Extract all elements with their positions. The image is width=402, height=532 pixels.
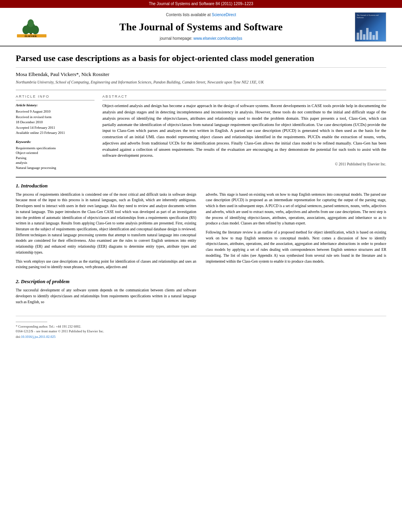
journal-reference-text: The Journal of Systems and Software 84 (…	[149, 2, 253, 6]
received-revised-date: 18 December 2010	[16, 120, 94, 125]
article-info-abstract-section: ARTICLE INFO Article history: Received 9…	[16, 90, 386, 171]
main-content: Parsed use case descriptions as a basis …	[0, 46, 402, 346]
body-content: 1. Introduction The process of requireme…	[16, 177, 386, 308]
homepage-line: journal homepage: www.elsevier.com/locat…	[55, 36, 347, 41]
intro-col2: adverbs. This stage is based on existing…	[206, 192, 387, 273]
bar-6	[372, 35, 375, 40]
intro-two-col: The process of requirements identificati…	[16, 192, 386, 273]
available-online-item: Available online 23 February 2011	[16, 130, 94, 135]
keyword-2: Object-oriented	[16, 150, 94, 156]
article-info-col: ARTICLE INFO Article history: Received 9…	[16, 94, 94, 171]
homepage-text: journal homepage:	[160, 36, 193, 41]
footnote-divider	[16, 322, 47, 322]
section2-col1: The successful development of any softwa…	[16, 287, 196, 308]
cover-title-text: The Journal of Systems and Software	[357, 14, 384, 19]
contents-link-line: Contents lists available at ScienceDirec…	[55, 12, 347, 18]
intro-text-col1: The process of requirements identificati…	[16, 192, 196, 270]
doi-line: doi:10.1016/j.jss.2011.02.025	[16, 335, 386, 339]
keywords-label: Keywords:	[16, 139, 94, 145]
received-revised-label: Received in revised form	[16, 115, 94, 120]
bar-3	[363, 34, 365, 40]
abstract-col: ABSTRACT Object-oriented analysis and de…	[102, 94, 386, 171]
article-footer: * Corresponding author. Tel.: +44 191 23…	[16, 316, 386, 339]
section-1-heading: 1. Introduction	[16, 182, 386, 189]
copyright-line: © 2011 Published by Elsevier Inc.	[102, 162, 386, 167]
corresponding-author-note: * Corresponding author. Tel.: +44 191 23…	[16, 324, 386, 329]
footnote-issn: 0164-1212/$ – see front matter © 2011 Pu…	[16, 329, 386, 334]
section2-two-col: The successful development of any softwa…	[16, 287, 386, 308]
contents-text: Contents lists available at	[166, 13, 211, 17]
elsevier-logo-left: ELSEVIER	[8, 11, 55, 43]
bar-5	[369, 32, 372, 40]
journal-thumbnail: The Journal of Systems and Software	[347, 11, 394, 43]
svg-point-3	[32, 26, 39, 34]
journal-title: The Journal of Systems and Software	[55, 20, 347, 34]
elsevier-tree-icon: ELSEVIER	[15, 16, 48, 38]
section-2-heading: 2. Description of problem	[16, 278, 386, 285]
journal-reference-bar: The Journal of Systems and Software 84 (…	[0, 0, 402, 8]
received-item: Received 9 August 2010	[16, 109, 94, 114]
keyword-4: analysis	[16, 160, 94, 165]
svg-text:ELSEVIER: ELSEVIER	[24, 35, 37, 37]
authors-line: Mosa Elbendak, Paul Vickers*, Nick Rossi…	[16, 71, 386, 78]
bar-4	[366, 28, 369, 40]
journal-cover-image: The Journal of Systems and Software	[355, 12, 386, 42]
cover-chart	[357, 28, 384, 40]
abstract-label: ABSTRACT	[102, 94, 386, 101]
doi-link[interactable]: 10.1016/j.jss.2011.02.025	[21, 335, 56, 339]
abstract-text: Object-oriented analysis and design has …	[102, 103, 386, 159]
homepage-link[interactable]: www.elsevier.com/locate/jss	[193, 36, 242, 41]
elsevier-branding: ELSEVIER	[15, 16, 48, 38]
keyword-3: Parsing	[16, 156, 94, 161]
bar-2	[360, 30, 362, 40]
bar-7	[376, 31, 378, 40]
intro-text-col2: adverbs. This stage is based on existing…	[206, 192, 387, 265]
svg-point-2	[22, 26, 30, 34]
affiliation-line: Northumbria University, School of Comput…	[16, 80, 386, 85]
journal-header-center: Contents lists available at ScienceDirec…	[55, 12, 347, 41]
sciencedirect-link[interactable]: ScienceDirect	[212, 13, 236, 17]
journal-header: ELSEVIER Contents lists available at Sci…	[0, 8, 402, 46]
keyword-1: Requirements specifications	[16, 146, 94, 151]
article-info-label: ARTICLE INFO	[16, 94, 94, 101]
section2-text-col1: The successful development of any softwa…	[16, 287, 196, 305]
doi-label: doi:	[16, 335, 21, 339]
keyword-5: Natural language processing	[16, 165, 94, 171]
article-history-label: Article history:	[16, 103, 94, 108]
section2-col2	[206, 287, 387, 308]
bar-1	[357, 33, 359, 40]
intro-col1: The process of requirements identificati…	[16, 192, 196, 273]
accepted-item: Accepted 14 February 2011	[16, 125, 94, 130]
article-title: Parsed use case descriptions as a basis …	[16, 53, 386, 68]
svg-point-4	[28, 19, 34, 27]
